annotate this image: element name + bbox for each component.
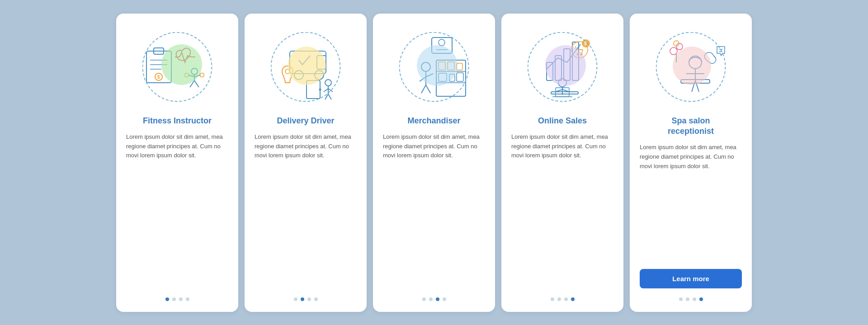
dot <box>436 297 439 301</box>
card-title-spa: Spa salon receptionist <box>668 116 714 137</box>
dot <box>294 297 297 301</box>
card-title-merchandiser: Merchandiser <box>407 116 460 126</box>
svg-line-25 <box>328 94 331 99</box>
card-body-fitness: Lorem ipsum dolor sit dim amet, mea regi… <box>126 132 228 288</box>
dot <box>564 297 568 301</box>
dots-delivery <box>294 297 318 301</box>
illustration-online-sales: $ <box>522 26 603 108</box>
dot <box>551 297 554 301</box>
card-title-delivery: Delivery Driver <box>277 116 334 126</box>
dot <box>699 297 703 301</box>
dots-merchandiser <box>422 297 446 301</box>
dots-spa <box>679 297 703 301</box>
dots-online-sales <box>551 297 575 301</box>
dot <box>693 297 696 301</box>
card-body-merchandiser: Lorem ipsum dolor sit dim amet, mea regi… <box>383 132 485 288</box>
illustration-delivery <box>265 26 346 108</box>
card-merchandiser: Merchandiser Lorem ipsum dolor sit dim a… <box>373 14 495 312</box>
illustration-fitness: $ <box>137 26 218 108</box>
card-title-fitness: Fitness Instructor <box>143 116 212 126</box>
dot <box>165 297 169 301</box>
cards-container: $ Fitness Instructor Lorem ipsum dolor s… <box>116 14 752 312</box>
card-body-delivery: Lorem ipsum dolor sit dim amet, mea regi… <box>255 132 357 288</box>
illustration-spa <box>650 26 731 108</box>
illustration-merchandiser <box>393 26 475 108</box>
dot <box>422 297 426 301</box>
dots-fitness <box>165 297 189 301</box>
dot <box>301 297 304 301</box>
card-body-online-sales: Lorem ipsum dolor sit dim amet, mea regi… <box>511 132 613 288</box>
card-online-sales: $ Online Sales Lorem ipsum dolor sit dim… <box>501 14 623 312</box>
dot <box>172 297 176 301</box>
dot <box>679 297 683 301</box>
dot <box>179 297 183 301</box>
card-body-spa: Lorem ipsum dolor sit dim amet, mea regi… <box>640 143 742 260</box>
dot <box>686 297 689 301</box>
dot <box>186 297 189 301</box>
dot <box>314 297 318 301</box>
card-delivery-driver: Delivery Driver Lorem ipsum dolor sit di… <box>245 14 367 312</box>
learn-more-button[interactable]: Learn more <box>640 269 742 288</box>
dot <box>443 297 446 301</box>
dot <box>557 297 561 301</box>
dot <box>429 297 433 301</box>
card-spa-receptionist: Spa salon receptionist Lorem ipsum dolor… <box>630 14 752 312</box>
card-title-online-sales: Online Sales <box>538 116 587 126</box>
dot <box>307 297 311 301</box>
dot <box>571 297 575 301</box>
card-fitness-instructor: $ Fitness Instructor Lorem ipsum dolor s… <box>116 14 238 312</box>
